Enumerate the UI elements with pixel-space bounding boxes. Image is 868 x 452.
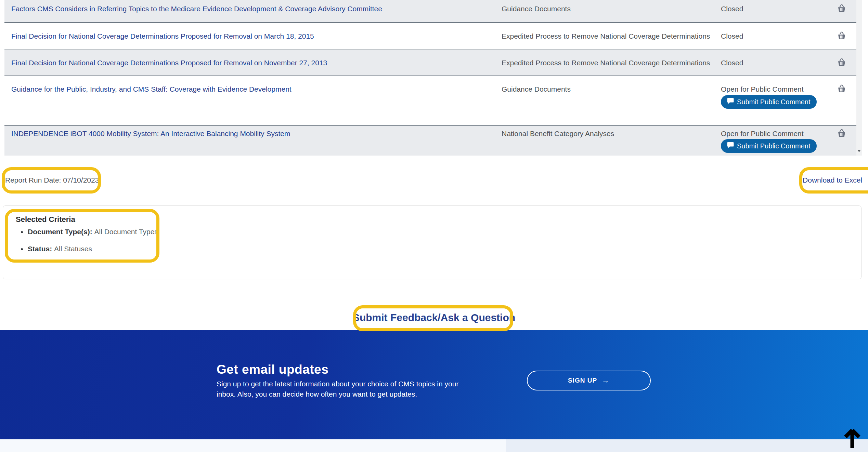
- criteria-item: Status: All Statuses: [21, 245, 92, 253]
- bullet-icon: [21, 231, 23, 233]
- document-type: Guidance Documents: [502, 4, 714, 13]
- criteria-item: Document Type(s): All Document Types: [21, 228, 158, 236]
- document-title-link[interactable]: Final Decision for National Coverage Det…: [11, 32, 490, 41]
- sign-up-button[interactable]: SIGN UP →: [527, 371, 651, 390]
- criteria-label: Document Type(s):: [28, 228, 92, 236]
- bottom-strip-left: [0, 439, 506, 452]
- page-bottom-strip: [0, 439, 868, 452]
- status-text: Closed: [721, 58, 834, 67]
- criteria-value: All Statuses: [54, 245, 92, 253]
- criteria-label: Status:: [28, 245, 52, 253]
- status-text: Open for Public Comment: [721, 129, 834, 138]
- status-text: Closed: [721, 32, 834, 41]
- page: Factors CMS Considers in Referring Topic…: [0, 0, 868, 452]
- speech-bubble-icon: [727, 142, 734, 150]
- scrollbar-down-arrow-icon[interactable]: [857, 150, 861, 152]
- right-arrow-icon: →: [602, 376, 610, 385]
- selected-criteria-heading: Selected Criteria: [16, 215, 75, 224]
- basket-icon[interactable]: [837, 31, 847, 41]
- sign-up-label: SIGN UP: [568, 377, 597, 384]
- document-type: National Benefit Category Analyses: [502, 129, 714, 138]
- document-type: Expedited Process to Remove National Cov…: [502, 32, 714, 41]
- basket-icon[interactable]: [837, 128, 847, 138]
- email-updates-heading: Get email updates: [217, 362, 328, 377]
- submit-public-comment-label: Submit Public Comment: [737, 142, 811, 150]
- table-row: Final Decision for National Coverage Det…: [4, 23, 856, 50]
- document-title-link[interactable]: INDEPENDENCE iBOT 4000 Mobility System: …: [11, 129, 490, 138]
- table-row: Guidance for the Public, Industry, and C…: [4, 76, 856, 126]
- email-updates-description: Sign up to get the latest information ab…: [217, 379, 463, 400]
- basket-icon[interactable]: [837, 57, 847, 68]
- selected-criteria-panel: Selected Criteria Document Type(s): All …: [3, 205, 861, 279]
- submit-public-comment-button[interactable]: Submit Public Comment: [721, 139, 817, 153]
- submit-public-comment-label: Submit Public Comment: [737, 98, 811, 106]
- bullet-icon: [21, 248, 23, 250]
- table-row: Factors CMS Considers in Referring Topic…: [4, 0, 856, 23]
- table-scrollbar[interactable]: [856, 0, 862, 156]
- email-updates-banner: Get email updates Sign up to get the lat…: [0, 330, 868, 439]
- description-line: Sign up to get the latest information ab…: [217, 380, 458, 388]
- results-table: Factors CMS Considers in Referring Topic…: [4, 0, 856, 156]
- download-to-excel-link[interactable]: Download to Excel: [803, 176, 862, 184]
- bottom-strip-right: [506, 439, 868, 452]
- document-type: Expedited Process to Remove National Cov…: [502, 58, 714, 67]
- description-line: inbox. Also, you can decide how often yo…: [217, 390, 417, 398]
- status-text: Open for Public Comment: [721, 85, 834, 94]
- basket-icon[interactable]: [837, 3, 847, 14]
- document-title-link[interactable]: Final Decision for National Coverage Det…: [11, 58, 490, 67]
- basket-icon[interactable]: [837, 84, 847, 94]
- status-text: Closed: [721, 4, 834, 13]
- report-run-date: Report Run Date: 07/10/2023: [5, 176, 99, 184]
- criteria-value: All Document Types: [94, 228, 158, 236]
- table-row: Final Decision for National Coverage Det…: [4, 50, 856, 76]
- back-to-top-arrow-icon[interactable]: [842, 427, 862, 449]
- document-title-link[interactable]: Guidance for the Public, Industry, and C…: [11, 85, 490, 94]
- submit-feedback-link[interactable]: Submit Feedback/Ask a Question: [0, 312, 868, 323]
- submit-public-comment-button[interactable]: Submit Public Comment: [721, 95, 817, 109]
- document-type: Guidance Documents: [502, 85, 714, 94]
- table-row: INDEPENDENCE iBOT 4000 Mobility System: …: [4, 126, 856, 156]
- document-title-link[interactable]: Factors CMS Considers in Referring Topic…: [11, 4, 490, 13]
- speech-bubble-icon: [727, 98, 734, 106]
